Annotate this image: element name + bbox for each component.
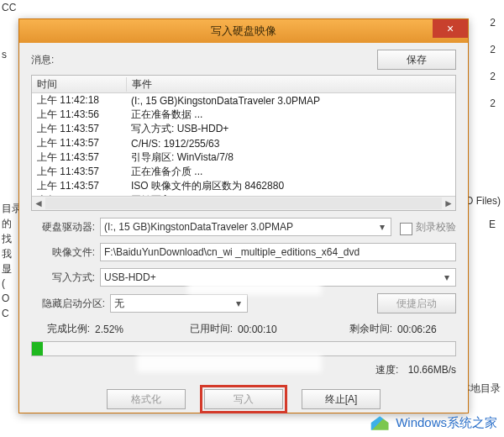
chevron-down-icon: ▾ (375, 220, 389, 234)
close-icon: × (447, 22, 454, 35)
format-button[interactable]: 格式化 (107, 389, 186, 409)
write-button[interactable]: 写入 (204, 389, 283, 409)
stray-text: 2 (490, 71, 496, 82)
progress-percent: 2.52% (95, 324, 137, 335)
log-header-time[interactable]: 时间 (32, 77, 127, 92)
hidden-partition-label: 隐藏启动分区: (31, 297, 105, 311)
write-disk-image-dialog: 写入硬盘映像 × 消息: 保存 时间 事件 上午 11:42:18(I:, 15… (18, 18, 469, 413)
write-mode-label: 写入方式: (31, 271, 95, 285)
speed-value: 10.66MB/s (408, 364, 456, 376)
stray-text: ( (2, 277, 5, 289)
burn-verify-label: 刻录校验 (416, 220, 456, 234)
stray-text: 2 (490, 44, 496, 55)
image-file-field[interactable]: F:\BaiduYunDownload\cn_wi _multiple_edit… (100, 243, 456, 261)
dialog-title: 写入硬盘映像 (211, 24, 276, 39)
image-file-label: 映像文件: (31, 245, 95, 260)
chevron-down-icon: ▾ (232, 297, 245, 310)
message-label: 消息: (31, 53, 54, 67)
stray-text: 显 (2, 262, 12, 276)
chevron-down-icon: ▾ (440, 271, 454, 284)
burn-verify-checkbox[interactable] (400, 223, 412, 235)
remain-value: 00:06:26 (397, 324, 456, 335)
log-body: 上午 11:42:18(I:, 15 GB)KingstonDataTravel… (32, 93, 455, 208)
close-button[interactable]: × (433, 19, 468, 38)
stray-text: CC (2, 2, 16, 13)
progress-label: 完成比例: (31, 322, 90, 336)
stray-text: C (2, 308, 9, 319)
log-row[interactable]: 上午 11:43:57C/H/S: 1912/255/63 (32, 136, 455, 150)
easy-boot-button[interactable]: 便捷启动 (377, 293, 456, 313)
titlebar[interactable]: 写入硬盘映像 × (19, 19, 468, 43)
stray-text: O (2, 292, 9, 304)
stray-text: O Files) (465, 195, 501, 207)
house-icon (369, 413, 391, 432)
stray-text: 我 (2, 247, 12, 261)
hidden-partition-select[interactable]: 无 ▾ (110, 294, 248, 313)
horizontal-scrollbar[interactable]: ◄ ► (32, 196, 455, 210)
stray-text: 找 (2, 232, 12, 246)
elapsed-value: 00:00:10 (238, 324, 297, 335)
scroll-left-icon[interactable]: ◄ (32, 197, 45, 209)
remain-label: 剩余时间: (349, 322, 392, 336)
log-row[interactable]: 上午 11:43:57引导扇区: WinVista/7/8 (32, 150, 455, 165)
log-header-event[interactable]: 事件 (127, 77, 455, 92)
log-row[interactable]: 上午 11:42:18(I:, 15 GB)KingstonDataTravel… (32, 93, 455, 108)
drive-select[interactable]: (I:, 15 GB)KingstonDataTraveler 3.0PMAP … (100, 218, 391, 236)
elapsed-label: 已用时间: (190, 322, 233, 336)
abort-button[interactable]: 终止[A] (302, 389, 381, 409)
log-row[interactable]: 上午 11:43:57正在准备介质 ... (32, 165, 455, 179)
progress-fill (32, 342, 43, 355)
speed-label: 速度: (375, 364, 398, 376)
watermark-text: Windows系统之家 (396, 415, 497, 431)
log-row[interactable]: 上午 11:43:57ISO 映像文件的扇区数为 8462880 (32, 179, 455, 193)
log-listview[interactable]: 时间 事件 上午 11:42:18(I:, 15 GB)KingstonData… (31, 75, 456, 211)
stray-text: 2 (490, 97, 496, 109)
stray-text: 2 (490, 17, 496, 29)
save-button[interactable]: 保存 (377, 50, 456, 70)
log-header[interactable]: 时间 事件 (32, 76, 455, 93)
watermark: Windows系统之家 (369, 413, 497, 432)
stray-text: 的 (2, 217, 12, 231)
scroll-track[interactable] (45, 197, 442, 209)
dialog-content: 消息: 保存 时间 事件 上午 11:42:18(I:, 15 GB)Kings… (19, 43, 468, 418)
drive-label: 硬盘驱动器: (31, 220, 95, 234)
scroll-right-icon[interactable]: ► (442, 197, 455, 209)
stray-text: s (2, 49, 7, 61)
stray-text: E (489, 218, 496, 230)
